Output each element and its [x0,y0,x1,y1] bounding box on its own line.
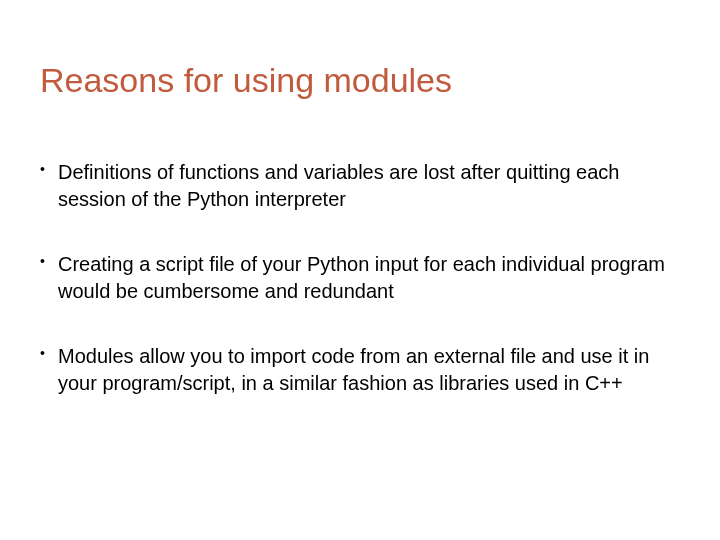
list-item: Modules allow you to import code from an… [40,343,680,397]
slide-title: Reasons for using modules [40,60,680,101]
list-item: Creating a script file of your Python in… [40,251,680,305]
bullet-list: Definitions of functions and variables a… [40,159,680,397]
list-item: Definitions of functions and variables a… [40,159,680,213]
slide: Reasons for using modules Definitions of… [0,0,720,540]
